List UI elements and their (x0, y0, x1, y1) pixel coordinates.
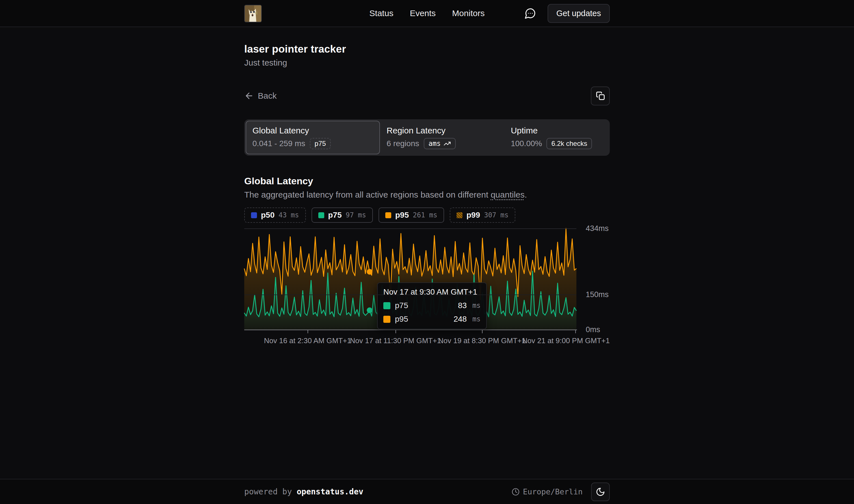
get-updates-button[interactable]: Get updates (548, 4, 610, 23)
nav-link-status[interactable]: Status (369, 8, 394, 18)
tab-value: 100.00% (511, 139, 542, 148)
tooltip-row-p95: p95 248 ms (383, 314, 480, 324)
legend-label: p75 (328, 211, 342, 220)
section-title: Global Latency (244, 176, 610, 186)
legend-label: p95 (395, 211, 409, 220)
tooltip-series-label: p95 (395, 314, 408, 324)
page-title: laser pointer tracker (244, 43, 610, 55)
moon-icon (596, 487, 605, 497)
tab-global-latency[interactable]: Global Latency 0.041 - 259 ms p75 (246, 121, 380, 154)
trending-up-icon (443, 140, 451, 147)
tooltip-row-p75: p75 83 ms (383, 301, 480, 310)
x-tick-label: Nov 17 at 11:30 PM GMT+1 (350, 336, 441, 345)
p95-swatch (385, 212, 391, 218)
gridline (244, 294, 576, 295)
main-content: laser pointer tracker Just testing Back … (0, 27, 854, 479)
nav-links: Status Events Monitors (369, 8, 485, 18)
copy-link-button[interactable] (591, 87, 610, 105)
x-axis-tick (308, 330, 308, 333)
feedback-chat-button[interactable] (523, 6, 538, 21)
p75-swatch (383, 302, 390, 309)
tooltip-unit: ms (472, 315, 480, 323)
tab-value: 6 regions (387, 139, 419, 148)
p95-swatch (383, 316, 390, 323)
legend-toggle-p99[interactable]: p99 307 ms (450, 208, 515, 223)
tooltip-series-label: p75 (395, 301, 408, 310)
y-tick-label: 150ms (586, 290, 608, 299)
theme-toggle-button[interactable] (591, 483, 610, 501)
tab-title: Uptime (511, 126, 602, 136)
chart-tooltip: Nov 17 at 9:30 AM GMT+1 p75 83 ms p95 24… (377, 282, 487, 329)
y-tick-label: 434ms (586, 224, 608, 233)
legend-value: 97 ms (346, 211, 366, 219)
nav-link-events[interactable]: Events (410, 8, 436, 18)
cat-logo-image (245, 5, 261, 22)
x-axis-tick (482, 330, 483, 333)
tab-title: Global Latency (252, 126, 373, 136)
legend-toggle-p95[interactable]: p95 261 ms (379, 208, 444, 223)
tooltip-unit: ms (472, 302, 480, 309)
site-logo[interactable] (244, 5, 262, 22)
legend-label: p99 (467, 211, 480, 220)
tab-region-latency[interactable]: Region Latency 6 regions ams (380, 121, 504, 154)
p99-swatch (456, 212, 462, 218)
latency-chart[interactable]: 434ms 150ms 0ms Nov 16 at 2:30 AM GMT+1 … (244, 229, 610, 347)
section-description: The aggregated latency from all active r… (244, 190, 610, 200)
back-label: Back (258, 91, 277, 101)
x-axis-line (244, 329, 577, 330)
x-tick-label: Nov 21 at 9:00 PM GMT+1 (522, 336, 610, 345)
x-tick-label: Nov 19 at 8:30 PM GMT+1 (438, 336, 526, 345)
legend-label: p50 (261, 211, 274, 220)
page-footer: powered by openstatus.dev Europe/Berlin (0, 479, 854, 504)
legend-value: 43 ms (278, 211, 299, 219)
arrow-left-icon (244, 91, 254, 101)
openstatus-link[interactable]: openstatus.dev (296, 487, 363, 497)
legend-value: 307 ms (484, 211, 509, 219)
legend-toggle-p75[interactable]: p75 97 ms (311, 208, 373, 223)
y-tick-label: 0ms (586, 325, 600, 334)
clock-icon (512, 488, 520, 496)
description-period: . (525, 190, 527, 199)
region-badge: ams (424, 138, 456, 149)
x-axis-tick (396, 330, 396, 333)
top-nav: Status Events Monitors Get updates (0, 0, 854, 27)
p75-swatch (318, 212, 324, 218)
page-subtitle: Just testing (244, 58, 610, 68)
checks-badge: 6.2k checks (546, 138, 592, 149)
tooltip-timestamp: Nov 17 at 9:30 AM GMT+1 (383, 287, 480, 296)
timezone: Europe/Berlin (512, 487, 583, 496)
description-text: The aggregated latency from all active r… (244, 190, 491, 199)
tab-title: Region Latency (387, 126, 497, 136)
metric-tabs: Global Latency 0.041 - 259 ms p75 Region… (244, 119, 610, 156)
chart-legend: p50 43 ms p75 97 ms p95 261 ms p99 307 m… (244, 208, 610, 223)
timezone-label: Europe/Berlin (523, 487, 583, 496)
powered-by: powered by openstatus.dev (244, 487, 363, 497)
x-tick-label: Nov 16 at 2:30 AM GMT+1 (264, 336, 351, 345)
tooltip-value: 248 (453, 314, 467, 324)
tab-uptime[interactable]: Uptime 100.00% 6.2k checks (504, 121, 608, 154)
legend-toggle-p50[interactable]: p50 43 ms (244, 208, 306, 223)
nav-link-monitors[interactable]: Monitors (452, 8, 485, 18)
tab-value: 0.041 - 259 ms (252, 139, 305, 148)
copy-icon (596, 91, 605, 100)
quantile-badge: p75 (310, 138, 331, 149)
tooltip-value: 83 (458, 301, 467, 310)
x-axis-tick (575, 330, 576, 333)
message-bubble-icon (524, 7, 536, 19)
quantiles-link[interactable]: quantiles (491, 190, 525, 199)
gridline (244, 229, 576, 229)
p50-swatch (251, 212, 257, 218)
back-link[interactable]: Back (244, 91, 277, 101)
legend-value: 261 ms (413, 211, 437, 219)
